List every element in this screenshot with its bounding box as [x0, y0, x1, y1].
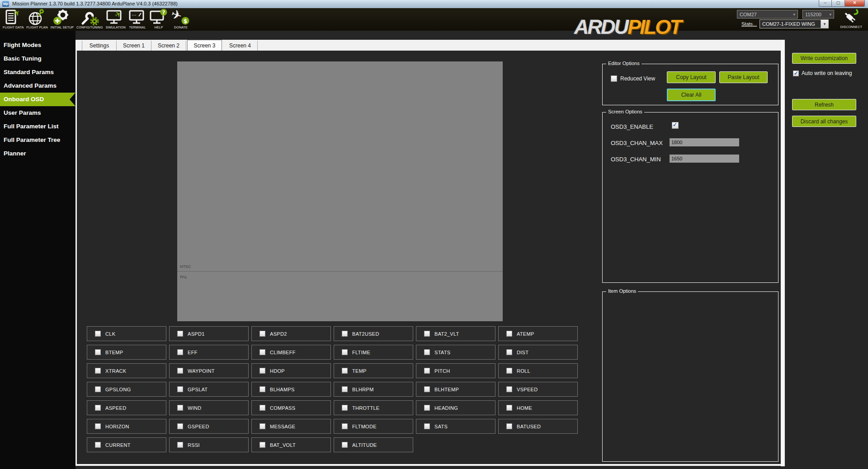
- osd-item[interactable]: XTRACK: [87, 363, 166, 378]
- osd-item[interactable]: COMPASS: [251, 400, 331, 415]
- osd-item[interactable]: BLHTEMP: [416, 382, 495, 397]
- clear-all-button[interactable]: Clear All: [667, 89, 716, 101]
- osd-item[interactable]: VSPEED: [498, 382, 578, 397]
- osd-item[interactable]: GSPEED: [169, 419, 249, 434]
- osd-item-checkbox[interactable]: [259, 423, 265, 429]
- baud-rate-select[interactable]: 115200 ▾: [802, 10, 834, 19]
- osd-item[interactable]: ASPD2: [251, 326, 331, 341]
- osd-item-checkbox[interactable]: [259, 386, 265, 392]
- toolbar-item-flight-plan[interactable]: FLIGHT PLAN: [25, 9, 49, 29]
- copy-layout-button[interactable]: Copy Layout: [667, 71, 716, 83]
- osd-item-checkbox[interactable]: [342, 442, 348, 448]
- osd-item-checkbox[interactable]: [342, 331, 348, 337]
- osd-item-checkbox[interactable]: [95, 442, 101, 448]
- osd-item[interactable]: ASPD1: [169, 326, 249, 341]
- osd-item[interactable]: PITCH: [416, 363, 495, 378]
- osd-item-checkbox[interactable]: [177, 442, 183, 448]
- osd-item-checkbox[interactable]: [342, 349, 348, 355]
- osd-item[interactable]: MESSAGE: [251, 419, 331, 434]
- osd-item[interactable]: BLHRPM: [334, 382, 413, 397]
- write-customization-button[interactable]: Write customization: [792, 53, 856, 64]
- osd-item-checkbox[interactable]: [424, 386, 430, 392]
- osd-item-checkbox[interactable]: [342, 405, 348, 411]
- connection-profile-select[interactable]: COM27-1-FIXED WING ▾: [760, 19, 829, 28]
- osd-item-checkbox[interactable]: [95, 386, 101, 392]
- osd-item[interactable]: STATS: [416, 345, 495, 360]
- osd-item[interactable]: HDOP: [251, 363, 331, 378]
- refresh-button[interactable]: Refresh: [792, 99, 856, 110]
- toolbar-item-initial-setup[interactable]: INITIAL SETUP: [49, 9, 75, 29]
- osd-item-checkbox[interactable]: [177, 331, 183, 337]
- osd-item-checkbox[interactable]: [95, 331, 101, 337]
- osd-item[interactable]: FLTMODE: [334, 419, 413, 434]
- discard-all-changes-button[interactable]: Discard all changes: [792, 116, 856, 127]
- tab-screen-3[interactable]: Screen 3: [187, 40, 222, 51]
- toolbar-item-config-tuning[interactable]: CONFIG/TUNING: [75, 9, 104, 29]
- osd-item-checkbox[interactable]: [95, 368, 101, 374]
- sidebar-item-advanced-params[interactable]: Advanced Params: [0, 79, 75, 93]
- osd-item[interactable]: BAT2USED: [334, 326, 413, 341]
- toolbar-item-donate[interactable]: ✈ $ DONATE: [170, 9, 192, 29]
- osd-item[interactable]: CLIMBEFF: [251, 345, 331, 360]
- osd-item-checkbox[interactable]: [177, 368, 183, 374]
- osd-item[interactable]: BAT_VOLT: [251, 437, 331, 452]
- osd-item[interactable]: ROLL: [498, 363, 578, 378]
- osd-item-checkbox[interactable]: [259, 442, 265, 448]
- osd3-chan-min-input[interactable]: [670, 155, 739, 163]
- com-port-select[interactable]: COM27 ▾: [737, 10, 798, 19]
- osd-item-checkbox[interactable]: [259, 331, 265, 337]
- osd-item-checkbox[interactable]: [177, 386, 183, 392]
- osd-item-checkbox[interactable]: [95, 423, 101, 429]
- sidebar-item-planner[interactable]: Planner: [0, 147, 75, 160]
- osd-item[interactable]: TEMP: [334, 363, 413, 378]
- toolbar-item-simulation[interactable]: ✈ SIMULATION: [104, 9, 127, 29]
- osd-item-checkbox[interactable]: [259, 368, 265, 374]
- osd-item[interactable]: RSSI: [169, 437, 249, 452]
- osd-item-checkbox[interactable]: [95, 349, 101, 355]
- osd-item-checkbox[interactable]: [424, 405, 430, 411]
- osd-item-checkbox[interactable]: [177, 423, 183, 429]
- osd-item[interactable]: GPSLONG: [87, 382, 166, 397]
- osd-item[interactable]: ALTITUDE: [334, 437, 413, 452]
- osd-item[interactable]: DIST: [498, 345, 578, 360]
- osd-item[interactable]: FLTIME: [334, 345, 413, 360]
- paste-layout-button[interactable]: Paste Layout: [719, 71, 768, 83]
- tab-screen-1[interactable]: Screen 1: [117, 41, 151, 51]
- osd-item[interactable]: WAYPOINT: [169, 363, 249, 378]
- osd-item-checkbox[interactable]: [259, 349, 265, 355]
- osd-item[interactable]: THROTTLE: [334, 400, 413, 415]
- close-button[interactable]: ✕: [844, 0, 865, 7]
- osd-item[interactable]: BLHAMPS: [251, 382, 331, 397]
- osd-item[interactable]: HOME: [498, 400, 578, 415]
- sidebar-item-flight-modes[interactable]: Flight Modes: [0, 38, 75, 52]
- osd-item-checkbox[interactable]: [259, 405, 265, 411]
- osd-item[interactable]: ATEMP: [498, 326, 578, 341]
- osd-item[interactable]: HORIZON: [87, 419, 166, 434]
- osd-item[interactable]: HEADING: [416, 400, 495, 415]
- osd-preview-canvas[interactable]: NTSC PAL: [177, 61, 503, 321]
- title-bar[interactable]: Mp Mission Planner 1.3.70 build 1.3.7277…: [0, 0, 868, 9]
- tab-settings[interactable]: Settings: [82, 41, 117, 51]
- osd-item-checkbox[interactable]: [506, 386, 512, 392]
- toolbar-item-help[interactable]: ? HELP: [148, 9, 170, 29]
- osd-item[interactable]: SATS: [416, 419, 495, 434]
- osd-item-checkbox[interactable]: [177, 405, 183, 411]
- osd-item[interactable]: CLK: [87, 326, 166, 341]
- minimize-button[interactable]: –: [819, 0, 832, 7]
- osd-item-checkbox[interactable]: [342, 386, 348, 392]
- osd-item-checkbox[interactable]: [506, 368, 512, 374]
- osd-item-checkbox[interactable]: [506, 331, 512, 337]
- toolbar-item-terminal[interactable]: ··· TERMINAL: [127, 9, 148, 29]
- osd-item-checkbox[interactable]: [342, 423, 348, 429]
- osd-item-checkbox[interactable]: [177, 349, 183, 355]
- disconnect-button[interactable]: DISCONNECT: [838, 9, 865, 28]
- tab-screen-2[interactable]: Screen 2: [151, 41, 186, 51]
- osd-item-checkbox[interactable]: [506, 423, 512, 429]
- osd-item-checkbox[interactable]: [506, 405, 512, 411]
- osd-item-checkbox[interactable]: [506, 349, 512, 355]
- sidebar-item-basic-tuning[interactable]: Basic Tuning: [0, 52, 75, 66]
- osd-item-checkbox[interactable]: [424, 331, 430, 337]
- osd-item-checkbox[interactable]: [424, 423, 430, 429]
- chevron-down-icon[interactable]: ▾: [821, 20, 828, 28]
- tab-screen-4[interactable]: Screen 4: [223, 41, 258, 51]
